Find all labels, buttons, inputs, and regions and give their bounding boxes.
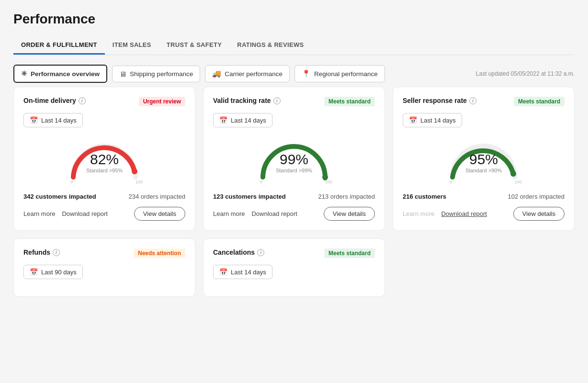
svg-text:100: 100 <box>136 180 143 184</box>
card-header-1: On-time delivery i Urgent review <box>23 97 185 106</box>
gauge-value-1: 82% <box>86 152 123 167</box>
last-updated: Last updated 05/05/2022 at 11:32 a.m. <box>476 70 575 77</box>
stat2-2: 213 orders impacted <box>318 193 375 200</box>
card-title-refunds: Refunds i <box>23 248 60 256</box>
gauge-center-1: 82% Standard >95% <box>86 152 123 173</box>
learn-more-2[interactable]: Learn more <box>213 210 245 217</box>
performance-overview-icon: ✳ <box>21 69 27 78</box>
sub-tab-label-carrier: Carrier performance <box>225 70 283 78</box>
gauge-3: 0 100 95% Standard >90% <box>443 135 524 185</box>
date-filter-2[interactable]: 📅 Last 14 days <box>213 113 272 127</box>
view-details-btn-1[interactable]: View details <box>134 207 185 221</box>
learn-more-1[interactable]: Learn more <box>23 210 55 217</box>
gauge-2: 0 100 99% Standard >99% <box>253 135 335 185</box>
card-stats-3: 216 customers 102 orders impacted <box>403 193 565 200</box>
stat1-2: 123 customers impacted <box>213 193 286 200</box>
badge-2: Meets standard <box>324 97 375 106</box>
stat1-1: 342 customers impacted <box>23 193 96 200</box>
svg-text:0: 0 <box>450 180 452 184</box>
view-details-btn-3[interactable]: View details <box>513 207 565 221</box>
svg-text:0: 0 <box>260 180 262 184</box>
date-filter-refunds[interactable]: 📅 Last 90 days <box>23 265 83 279</box>
card-actions-2: Learn more Download report View details <box>213 207 375 221</box>
sub-tab-performance-overview[interactable]: ✳ Performance overview <box>13 65 107 83</box>
badge-refunds: Needs attention <box>134 248 185 258</box>
card-title-1: On-time delivery i <box>23 97 86 104</box>
calendar-icon-1: 📅 <box>30 116 38 124</box>
calendar-icon-cancelations: 📅 <box>219 268 227 276</box>
date-filter-1[interactable]: 📅 Last 14 days <box>23 113 83 127</box>
card-refunds: Refunds i Needs attention 📅 Last 90 days <box>13 238 195 297</box>
shipping-icon: 🖥 <box>119 70 126 78</box>
gauge-center-2: 99% Standard >99% <box>276 152 312 173</box>
info-icon-refunds[interactable]: i <box>53 249 60 256</box>
badge-cancelations: Meets standard <box>324 248 375 258</box>
card-valid-tracking: Valid tracking rate i Meets standard 📅 L… <box>203 87 385 231</box>
sub-tab-regional-performance[interactable]: 📍 Regional performance <box>294 65 385 82</box>
card-header-3: Seller response rate i Meets standard <box>403 97 565 106</box>
card-title-2: Valid tracking rate i <box>213 97 281 104</box>
calendar-icon-refunds: 📅 <box>30 268 38 276</box>
svg-point-0 <box>132 169 137 174</box>
gauge-standard-3: Standard >90% <box>465 168 502 173</box>
card-actions-3: Learn more Download report View details <box>403 207 565 221</box>
tab-order-fulfillment[interactable]: ORDER & FULFILLMENT <box>13 36 105 55</box>
sub-tab-label-shipping: Shipping performance <box>130 70 193 78</box>
stat2-1: 234 orders impacted <box>128 193 185 200</box>
svg-point-6 <box>510 171 516 177</box>
carrier-icon: 🚚 <box>212 69 221 78</box>
card-cancelations: Cancelations i Meets standard 📅 Last 14 … <box>203 238 385 297</box>
gauge-center-3: 95% Standard >90% <box>465 152 502 173</box>
card-seller-response: Seller response rate i Meets standard 📅 … <box>393 87 575 231</box>
gauge-standard-1: Standard >95% <box>86 168 123 173</box>
gauge-value-2: 99% <box>276 152 312 167</box>
sub-tab-label-performance: Performance overview <box>31 70 100 78</box>
download-report-2[interactable]: Download report <box>251 210 297 217</box>
main-cards-row: On-time delivery i Urgent review 📅 Last … <box>13 87 575 231</box>
top-tabs: ORDER & FULFILLMENT ITEM SALES TRUST & S… <box>13 36 575 55</box>
card-on-time-delivery: On-time delivery i Urgent review 📅 Last … <box>13 87 195 231</box>
download-report-1[interactable]: Download report <box>62 210 107 217</box>
tab-ratings-reviews[interactable]: RATINGS & REVIEWS <box>229 36 311 55</box>
info-icon-cancelations[interactable]: i <box>257 249 264 256</box>
info-icon-3[interactable]: i <box>469 97 476 104</box>
svg-text:100: 100 <box>325 180 332 184</box>
info-icon-2[interactable]: i <box>273 97 281 104</box>
card-stats-2: 123 customers impacted 213 orders impact… <box>213 193 375 200</box>
card-header-refunds: Refunds i Needs attention <box>23 248 185 258</box>
card-actions-1: Learn more Download report View details <box>23 207 185 221</box>
card-stats-1: 342 customers impacted 234 orders impact… <box>23 193 185 200</box>
date-filter-3[interactable]: 📅 Last 14 days <box>403 113 462 127</box>
page-title: Performance <box>13 11 575 27</box>
bottom-cards-row: Refunds i Needs attention 📅 Last 90 days… <box>13 238 575 297</box>
svg-text:0: 0 <box>70 180 73 184</box>
download-report-3[interactable]: Download report <box>441 210 486 217</box>
view-details-btn-2[interactable]: View details <box>324 207 375 221</box>
badge-1: Urgent review <box>139 97 185 106</box>
sub-tabs: ✳ Performance overview 🖥 Shipping perfor… <box>13 65 575 83</box>
learn-more-3: Learn more <box>403 210 434 217</box>
card-title-cancelations: Cancelations i <box>213 248 264 256</box>
svg-text:100: 100 <box>515 180 522 184</box>
tab-trust-safety[interactable]: TRUST & SAFETY <box>159 36 229 55</box>
sub-tab-shipping-performance[interactable]: 🖥 Shipping performance <box>112 66 200 82</box>
card-title-3: Seller response rate i <box>403 97 476 104</box>
gauge-1: 0 100 82% Standard >95% <box>64 135 145 185</box>
gauge-standard-2: Standard >99% <box>276 168 312 173</box>
card-header-cancelations: Cancelations i Meets standard <box>213 248 375 258</box>
date-filter-cancelations[interactable]: 📅 Last 14 days <box>213 265 272 279</box>
info-icon-1[interactable]: i <box>79 97 86 104</box>
sub-tab-carrier-performance[interactable]: 🚚 Carrier performance <box>205 65 290 82</box>
calendar-icon-3: 📅 <box>409 116 417 124</box>
regional-icon: 📍 <box>302 69 311 78</box>
badge-3: Meets standard <box>514 97 565 106</box>
stat2-3: 102 orders impacted <box>508 193 565 200</box>
stat1-3: 216 customers <box>403 193 446 200</box>
sub-tab-label-regional: Regional performance <box>314 70 378 78</box>
gauge-value-3: 95% <box>465 152 502 167</box>
tab-item-sales[interactable]: ITEM SALES <box>105 36 159 55</box>
calendar-icon-2: 📅 <box>219 116 227 124</box>
card-header-2: Valid tracking rate i Meets standard <box>213 97 375 106</box>
